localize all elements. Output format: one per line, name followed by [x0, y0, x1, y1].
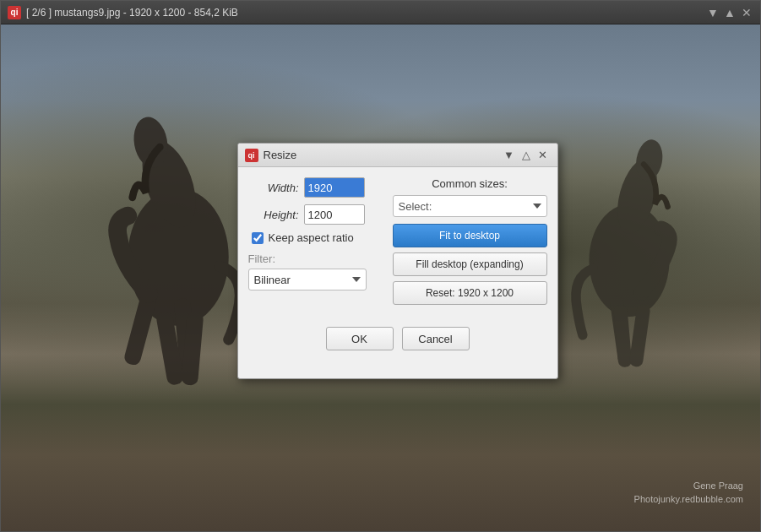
keep-aspect-checkbox[interactable]: [252, 232, 264, 244]
background-image: Gene Praag Photojunky.redbubble.com qi R…: [1, 24, 760, 531]
title-bar: qi [ 2/6 ] mustangs9.jpg - 1920 x 1200 -…: [1, 1, 760, 24]
close-button[interactable]: ✕: [740, 6, 753, 19]
dialog-overlay: qi Resize ▼ △ ✕: [1, 24, 760, 531]
dialog-title: Resize: [264, 149, 297, 161]
height-input[interactable]: [304, 204, 365, 225]
app-window: qi [ 2/6 ] mustangs9.jpg - 1920 x 1200 -…: [0, 0, 761, 532]
dialog-close-button[interactable]: ✕: [535, 148, 551, 163]
window-title: [ 2/6 ] mustangs9.jpg - 1920 x 1200 - 85…: [26, 7, 238, 19]
width-label: Width:: [248, 182, 299, 194]
filter-section: Filter: Bilinear: [248, 252, 379, 290]
image-area: Gene Praag Photojunky.redbubble.com qi R…: [1, 24, 760, 531]
right-panel: Common sizes: Select: Fit to desktop Fil…: [393, 177, 547, 310]
dialog-maximize-button[interactable]: △: [519, 148, 534, 163]
keep-aspect-label[interactable]: Keep aspect ratio: [269, 231, 354, 244]
common-sizes-label: Common sizes:: [393, 177, 547, 190]
reset-button[interactable]: Reset: 1920 x 1200: [393, 281, 547, 305]
width-row: Width:: [248, 177, 379, 198]
dialog-footer: OK Cancel: [238, 320, 557, 361]
filter-label: Filter:: [248, 252, 379, 265]
filter-select[interactable]: Bilinear: [248, 269, 367, 290]
app-icon: qi: [8, 6, 21, 19]
checkbox-row: Keep aspect ratio: [252, 231, 379, 244]
resize-dialog: qi Resize ▼ △ ✕: [237, 143, 558, 379]
ok-button[interactable]: OK: [326, 327, 394, 350]
fill-desktop-button[interactable]: Fill desktop (expanding): [393, 252, 547, 276]
dialog-minimize-button[interactable]: ▼: [502, 148, 517, 163]
width-input[interactable]: [304, 177, 365, 198]
dialog-titlebar: qi Resize ▼ △ ✕: [238, 144, 557, 167]
maximize-button[interactable]: ▲: [723, 6, 737, 19]
common-sizes-select[interactable]: Select:: [393, 195, 547, 217]
left-panel: Width: Height: Keep aspect: [248, 177, 379, 310]
fit-to-desktop-button[interactable]: Fit to desktop: [393, 224, 547, 247]
height-label: Height:: [248, 209, 299, 221]
minimize-button[interactable]: ▼: [706, 6, 720, 19]
dialog-content: Width: Height: Keep aspect: [238, 167, 557, 320]
dialog-app-icon: qi: [245, 149, 258, 162]
height-row: Height:: [248, 204, 379, 225]
cancel-button[interactable]: Cancel: [402, 327, 470, 350]
